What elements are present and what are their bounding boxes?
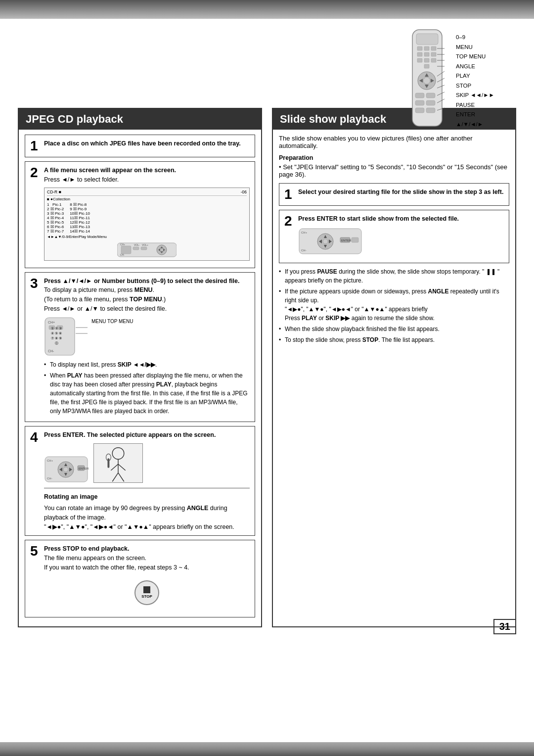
jpeg-cd-body: 1 Place a disc on which JPEG files have …	[19, 130, 261, 626]
remote-label-09: 0–9	[456, 33, 494, 43]
top-gradient-bar	[0, 0, 534, 19]
step-5-text: Press STOP to end playback. The file men…	[44, 544, 250, 572]
svg-point-62	[63, 467, 68, 472]
remote-label-enter: ENTER	[456, 110, 494, 120]
step-3-bullet-2: When PLAY has been pressed after display…	[44, 371, 250, 416]
numpad-diagram: CH+ CH- ① ② ③ ④ ⑤ ⑥ ⑦ ⑧ ⑨ ⓪	[44, 317, 250, 356]
screen-diagram: CD-R ■-06 ■ ●Collection 1 Pic-1 2 ☒ Pic-…	[44, 188, 250, 261]
svg-rect-7	[431, 52, 436, 56]
numpad-topmenu-label: TOP MENU	[107, 319, 133, 324]
step-4-content: Press ENTER. The selected picture appear…	[44, 430, 250, 532]
step-1-content: Place a disc on which JPEG files have be…	[44, 139, 250, 153]
svg-line-73	[112, 473, 118, 482]
ss-step-1-text: Select your desired starting file for th…	[298, 188, 504, 197]
step-2-content: A file menu screen will appear on the sc…	[44, 166, 250, 264]
numpad-device-svg: CH+ CH- ① ② ③ ④ ⑤ ⑥ ⑦ ⑧ ⑨ ⓪	[44, 317, 89, 356]
step-5-content: Press STOP to end playback. The file men…	[44, 544, 250, 613]
slideshow-intro: The slide show enables you to view pictu…	[279, 135, 509, 149]
step-3-bullets: To display next list, press SKIP ◄◄/▶▶. …	[44, 360, 250, 416]
ss-bullet-1: If you press PAUSE during the slide show…	[279, 267, 509, 285]
enter-device-svg: CH+ CH-	[44, 456, 89, 483]
step-5-box: 5 Press STOP to end playback. The file m…	[25, 540, 255, 617]
rotate-title: Rotating an image	[44, 492, 250, 502]
remote-label-play: PLAY	[456, 71, 494, 81]
step-4-box: 4 Press ENTER. The selected picture appe…	[25, 426, 255, 536]
svg-text:CH-: CH-	[120, 253, 125, 256]
svg-rect-88	[352, 237, 358, 242]
step-3-content: Press ▲/▼/◄/► or Number buttons (0–9) to…	[44, 277, 250, 418]
svg-rect-35	[121, 246, 131, 254]
step-4-inner: 4 Press ENTER. The selected picture appe…	[25, 426, 255, 536]
person-svg	[94, 443, 142, 483]
jpeg-cd-header: JPEG CD playback	[19, 109, 261, 130]
ss-step-1-box: 1 Select your desired starting file for …	[279, 183, 509, 206]
bottom-gradient-bar	[0, 742, 534, 756]
stop-button-diagram: STOP	[44, 576, 250, 609]
svg-rect-19	[426, 93, 435, 98]
ss-step-2-number: 2	[284, 214, 295, 259]
svg-text:CH+: CH+	[47, 459, 53, 462]
remote-label-pause: PAUSE	[456, 100, 494, 110]
step-4-text: Press ENTER. The selected picture appear…	[44, 430, 250, 440]
stop-square-icon	[143, 586, 150, 593]
svg-rect-22	[415, 108, 424, 113]
remote-svg	[407, 29, 447, 128]
step-3-number: 3	[30, 277, 41, 418]
step-3-text: Press ▲/▼/◄/► or Number buttons (0–9) to…	[44, 277, 250, 314]
svg-rect-1	[416, 34, 438, 45]
slideshow-body: The slide show enables you to view pictu…	[273, 130, 515, 351]
svg-text:⑦ ⑧ ⑨: ⑦ ⑧ ⑨	[51, 336, 62, 340]
svg-rect-4	[431, 47, 436, 50]
numpad-labels: MENU TOP MENU	[91, 317, 133, 327]
ss-bullet-2: If the picture appears upside down or si…	[279, 287, 509, 323]
ss-step-1-inner: 1 Select your desired starting file for …	[279, 184, 509, 205]
svg-text:ENTER: ENTER	[341, 239, 352, 242]
ss-step-1-content: Select your desired starting file for th…	[298, 188, 504, 201]
remote-labels-list: 0–9 MENU TOP MENU ANGLE PLAY STOP SKIP ◄…	[456, 33, 494, 129]
svg-rect-75	[107, 458, 109, 468]
svg-rect-23	[426, 108, 435, 113]
main-content: JPEG CD playback 1 Place a disc on which…	[18, 108, 516, 627]
remote-diagram-area: 0–9 MENU TOP MENU ANGLE PLAY STOP SKIP ◄…	[407, 29, 516, 129]
slideshow-bullets: If you press PAUSE during the slide show…	[279, 267, 509, 344]
step-2-number: 2	[30, 166, 41, 264]
rotate-section: Rotating an image You can rotate an imag…	[44, 488, 250, 531]
svg-rect-3	[424, 47, 429, 50]
ss-step-1-number: 1	[284, 188, 295, 201]
remote-label-skip: SKIP ◄◄/►►	[456, 91, 494, 100]
svg-rect-36	[133, 247, 139, 250]
svg-point-13	[423, 77, 430, 84]
svg-text:⓪: ⓪	[55, 341, 58, 345]
svg-rect-21	[426, 100, 435, 105]
svg-rect-8	[417, 58, 422, 62]
step-5-number: 5	[30, 544, 41, 613]
rotate-text: You can rotate an image by 90 degrees by…	[44, 504, 250, 531]
remote-label-angle: ANGLE	[456, 62, 494, 72]
svg-rect-37	[141, 247, 147, 250]
svg-line-71	[111, 464, 118, 471]
svg-text:CH-: CH-	[48, 349, 54, 353]
remote-label-topmenu: TOP MENU	[456, 52, 494, 62]
svg-line-74	[118, 473, 124, 482]
step-1-inner: 1 Place a disc on which JPEG files have …	[25, 135, 255, 157]
step-2-inner: 2 A file menu screen will appear on the …	[25, 162, 255, 268]
svg-text:CH+: CH+	[48, 321, 55, 324]
svg-rect-9	[424, 58, 429, 62]
svg-rect-20	[415, 100, 424, 105]
prep-text: • Set "JPEG Interval" setting to "5 Seco…	[279, 163, 509, 178]
remote-image	[407, 29, 452, 129]
step-4-images: CH+ CH-	[44, 443, 250, 483]
ss-bullet-4: To stop the slide show, press STOP. The …	[279, 335, 509, 344]
stop-button-icon: STOP	[134, 580, 159, 605]
svg-line-72	[118, 464, 126, 471]
step-2-box: 2 A file menu screen will appear on the …	[25, 161, 255, 268]
svg-point-69	[112, 448, 124, 460]
svg-text:④ ⑤ ⑥: ④ ⑤ ⑥	[51, 331, 62, 335]
numpad-menu-label: MENU	[91, 319, 106, 324]
jpeg-cd-section: JPEG CD playback 1 Place a disc on which…	[18, 108, 262, 627]
svg-text:ENTER: ENTER	[79, 467, 89, 470]
svg-text:CH-: CH-	[47, 477, 52, 480]
slideshow-section: Slide show playback The slide show enabl…	[272, 108, 516, 627]
svg-rect-11	[424, 64, 429, 68]
prep-title: Preparation	[279, 154, 509, 161]
